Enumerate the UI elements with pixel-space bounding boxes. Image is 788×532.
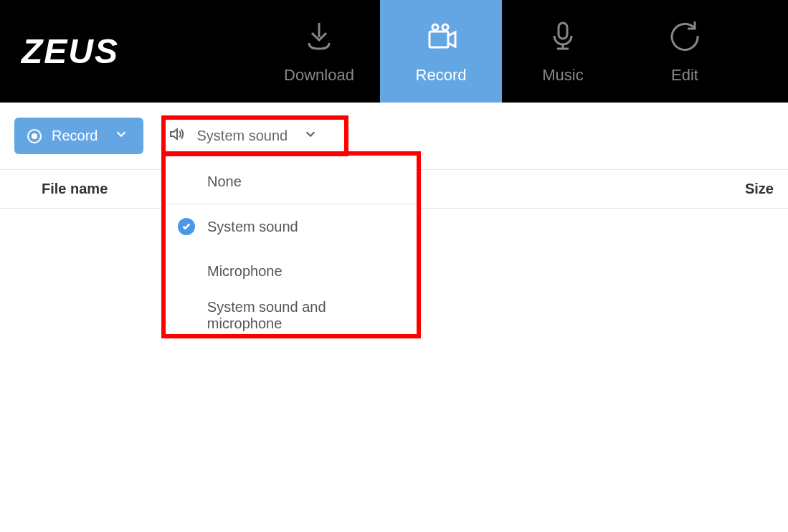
tab-label: Record — [416, 66, 467, 85]
sound-dropdown-menu: None System sound Microphone System soun… — [166, 156, 417, 342]
speaker-icon — [168, 125, 185, 146]
record-camera-icon — [424, 19, 458, 56]
sound-dropdown-area: System sound — [155, 118, 333, 154]
download-icon — [302, 19, 336, 56]
svg-rect-3 — [559, 23, 567, 39]
record-dot-icon — [27, 129, 42, 143]
sound-option-system-and-mic[interactable]: System sound and microphone — [166, 293, 417, 338]
record-button[interactable]: Record — [14, 118, 143, 154]
app-logo: ZEUS — [0, 32, 258, 71]
sound-option-microphone[interactable]: Microphone — [166, 249, 417, 293]
option-label: None — [207, 174, 242, 190]
refresh-icon — [668, 19, 702, 56]
chevron-down-icon — [304, 128, 317, 144]
tab-edit[interactable]: Edit — [624, 0, 746, 103]
sound-dropdown-button[interactable]: System sound — [155, 118, 333, 154]
tab-download[interactable]: Download — [258, 0, 380, 103]
check-icon — [178, 218, 195, 235]
sound-option-system-sound[interactable]: System sound — [166, 204, 417, 249]
column-size[interactable]: Size — [731, 181, 774, 197]
svg-point-0 — [432, 24, 438, 30]
main-tabs: Download Record Music — [258, 0, 746, 103]
tab-label: Download — [284, 66, 354, 85]
option-label: System sound and microphone — [207, 299, 404, 332]
sound-option-none[interactable]: None — [166, 160, 417, 204]
chevron-down-icon — [115, 128, 128, 144]
svg-point-1 — [442, 24, 448, 30]
tab-label: Music — [542, 66, 583, 85]
tab-music[interactable]: Music — [502, 0, 624, 103]
tab-label: Edit — [671, 66, 698, 85]
sound-dropdown-label: System sound — [196, 128, 288, 144]
microphone-icon — [546, 19, 580, 56]
check-slot — [177, 218, 196, 235]
app-header: ZEUS Download Record — [0, 0, 788, 103]
option-label: Microphone — [207, 263, 283, 280]
tab-record[interactable]: Record — [380, 0, 502, 103]
record-button-label: Record — [52, 128, 98, 144]
svg-rect-2 — [429, 32, 448, 47]
option-label: System sound — [207, 219, 298, 235]
